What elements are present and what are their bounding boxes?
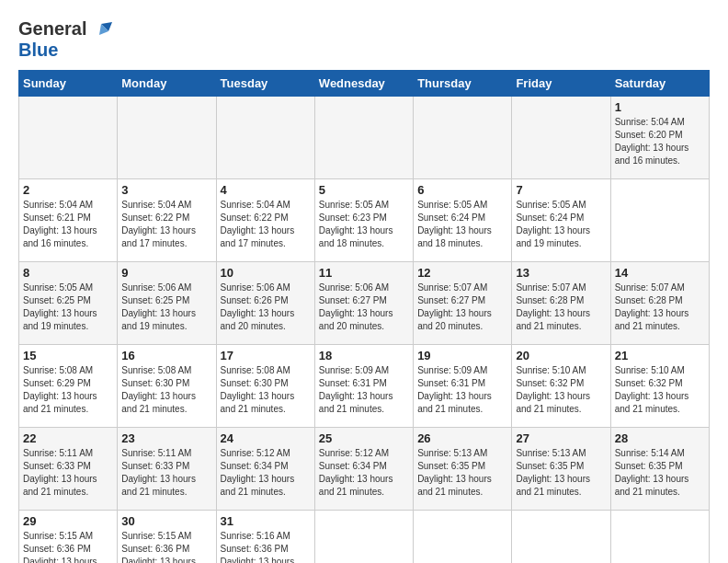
calendar-cell: 29Sunrise: 5:15 AMSunset: 6:36 PMDayligh… (19, 511, 118, 564)
calendar-cell (610, 511, 709, 564)
day-number: 24 (221, 431, 311, 445)
day-number: 4 (221, 183, 311, 197)
calendar-cell (19, 97, 118, 179)
day-info: Sunrise: 5:12 AMSunset: 6:34 PMDaylight:… (221, 447, 311, 499)
calendar-cell: 30Sunrise: 5:15 AMSunset: 6:36 PMDayligh… (118, 511, 216, 564)
calendar-cell: 28Sunrise: 5:14 AMSunset: 6:35 PMDayligh… (610, 428, 709, 511)
calendar-week-row: 1Sunrise: 5:04 AMSunset: 6:20 PMDaylight… (19, 97, 710, 179)
logo-general: General (18, 18, 112, 40)
day-info: Sunrise: 5:06 AMSunset: 6:26 PMDaylight:… (221, 282, 311, 333)
day-info: Sunrise: 5:05 AMSunset: 6:24 PMDaylight:… (516, 199, 606, 250)
calendar-cell: 14Sunrise: 5:07 AMSunset: 6:28 PMDayligh… (610, 262, 709, 345)
day-info: Sunrise: 5:11 AMSunset: 6:33 PMDaylight:… (121, 447, 211, 499)
day-number: 12 (417, 266, 507, 280)
day-number: 20 (516, 349, 606, 362)
weekday-header: Saturday (610, 71, 709, 97)
day-number: 22 (23, 431, 113, 445)
day-number: 3 (121, 183, 211, 197)
day-info: Sunrise: 5:10 AMSunset: 6:32 PMDaylight:… (615, 364, 705, 416)
day-number: 7 (516, 183, 606, 197)
day-number: 6 (417, 183, 507, 197)
logo-blue: Blue (18, 40, 112, 61)
calendar-cell: 18Sunrise: 5:09 AMSunset: 6:31 PMDayligh… (314, 345, 413, 428)
day-info: Sunrise: 5:07 AMSunset: 6:28 PMDaylight:… (615, 282, 705, 333)
calendar-cell: 24Sunrise: 5:12 AMSunset: 6:34 PMDayligh… (216, 428, 314, 511)
day-number: 18 (319, 349, 409, 362)
calendar-cell (314, 511, 413, 564)
calendar-cell: 6Sunrise: 5:05 AMSunset: 6:24 PMDaylight… (414, 179, 512, 262)
day-info: Sunrise: 5:07 AMSunset: 6:27 PMDaylight:… (417, 282, 507, 333)
day-number: 30 (121, 514, 211, 528)
calendar-cell: 21Sunrise: 5:10 AMSunset: 6:32 PMDayligh… (610, 345, 709, 428)
calendar-week-row: 22Sunrise: 5:11 AMSunset: 6:33 PMDayligh… (19, 428, 710, 511)
day-info: Sunrise: 5:09 AMSunset: 6:31 PMDaylight:… (417, 364, 507, 416)
day-number: 16 (121, 349, 211, 362)
day-number: 11 (319, 266, 409, 280)
calendar-cell (118, 97, 216, 179)
calendar-cell: 20Sunrise: 5:10 AMSunset: 6:32 PMDayligh… (512, 345, 610, 428)
day-number: 28 (615, 431, 705, 445)
day-number: 17 (221, 349, 311, 362)
weekday-header: Friday (512, 71, 610, 97)
calendar-cell: 1Sunrise: 5:04 AMSunset: 6:20 PMDaylight… (610, 97, 709, 179)
weekday-header: Wednesday (314, 71, 413, 97)
weekday-header-row: SundayMondayTuesdayWednesdayThursdayFrid… (19, 71, 710, 97)
calendar-cell: 4Sunrise: 5:04 AMSunset: 6:22 PMDaylight… (216, 179, 314, 262)
day-info: Sunrise: 5:13 AMSunset: 6:35 PMDaylight:… (516, 447, 606, 499)
day-number: 8 (23, 266, 113, 280)
calendar-cell: 22Sunrise: 5:11 AMSunset: 6:33 PMDayligh… (19, 428, 118, 511)
calendar-week-row: 2Sunrise: 5:04 AMSunset: 6:21 PMDaylight… (19, 179, 710, 262)
calendar-cell: 7Sunrise: 5:05 AMSunset: 6:24 PMDaylight… (512, 179, 610, 262)
calendar-cell: 11Sunrise: 5:06 AMSunset: 6:27 PMDayligh… (314, 262, 413, 345)
calendar-week-row: 8Sunrise: 5:05 AMSunset: 6:25 PMDaylight… (19, 262, 710, 345)
calendar-cell: 15Sunrise: 5:08 AMSunset: 6:29 PMDayligh… (19, 345, 118, 428)
day-number: 13 (516, 266, 606, 280)
day-info: Sunrise: 5:10 AMSunset: 6:32 PMDaylight:… (516, 364, 606, 416)
day-number: 9 (121, 266, 211, 280)
day-info: Sunrise: 5:16 AMSunset: 6:36 PMDaylight:… (221, 530, 311, 563)
day-info: Sunrise: 5:14 AMSunset: 6:35 PMDaylight:… (615, 447, 705, 499)
day-info: Sunrise: 5:09 AMSunset: 6:31 PMDaylight:… (319, 364, 409, 416)
calendar-cell: 9Sunrise: 5:06 AMSunset: 6:25 PMDaylight… (118, 262, 216, 345)
calendar-cell: 26Sunrise: 5:13 AMSunset: 6:35 PMDayligh… (414, 428, 512, 511)
day-info: Sunrise: 5:13 AMSunset: 6:35 PMDaylight:… (417, 447, 507, 499)
day-info: Sunrise: 5:07 AMSunset: 6:28 PMDaylight:… (516, 282, 606, 333)
day-number: 5 (319, 183, 409, 197)
day-info: Sunrise: 5:05 AMSunset: 6:25 PMDaylight:… (23, 282, 113, 333)
calendar-cell: 3Sunrise: 5:04 AMSunset: 6:22 PMDaylight… (118, 179, 216, 262)
day-info: Sunrise: 5:04 AMSunset: 6:21 PMDaylight:… (23, 199, 113, 250)
day-number: 23 (121, 431, 211, 445)
day-info: Sunrise: 5:04 AMSunset: 6:20 PMDaylight:… (615, 116, 705, 167)
calendar-week-row: 29Sunrise: 5:15 AMSunset: 6:36 PMDayligh… (19, 511, 710, 564)
weekday-header: Thursday (414, 71, 512, 97)
day-number: 14 (615, 266, 705, 280)
calendar-cell (414, 511, 512, 564)
day-info: Sunrise: 5:15 AMSunset: 6:36 PMDaylight:… (23, 530, 113, 563)
day-number: 27 (516, 431, 606, 445)
day-info: Sunrise: 5:06 AMSunset: 6:25 PMDaylight:… (121, 282, 211, 333)
day-info: Sunrise: 5:05 AMSunset: 6:24 PMDaylight:… (417, 199, 507, 250)
calendar-cell: 12Sunrise: 5:07 AMSunset: 6:27 PMDayligh… (414, 262, 512, 345)
day-info: Sunrise: 5:05 AMSunset: 6:23 PMDaylight:… (319, 199, 409, 250)
day-number: 15 (23, 349, 113, 362)
calendar-cell: 2Sunrise: 5:04 AMSunset: 6:21 PMDaylight… (19, 179, 118, 262)
calendar-cell: 16Sunrise: 5:08 AMSunset: 6:30 PMDayligh… (118, 345, 216, 428)
day-info: Sunrise: 5:11 AMSunset: 6:33 PMDaylight:… (23, 447, 113, 499)
day-info: Sunrise: 5:08 AMSunset: 6:29 PMDaylight:… (23, 364, 113, 416)
day-number: 10 (221, 266, 311, 280)
calendar-cell: 31Sunrise: 5:16 AMSunset: 6:36 PMDayligh… (216, 511, 314, 564)
weekday-header: Monday (118, 71, 216, 97)
day-info: Sunrise: 5:06 AMSunset: 6:27 PMDaylight:… (319, 282, 409, 333)
calendar-cell (512, 97, 610, 179)
calendar-cell (610, 179, 709, 262)
logo-text: General Blue (18, 18, 112, 61)
day-info: Sunrise: 5:08 AMSunset: 6:30 PMDaylight:… (221, 364, 311, 416)
calendar-table: SundayMondayTuesdayWednesdayThursdayFrid… (18, 70, 710, 563)
day-info: Sunrise: 5:04 AMSunset: 6:22 PMDaylight:… (221, 199, 311, 250)
day-number: 31 (221, 514, 311, 528)
calendar-cell: 8Sunrise: 5:05 AMSunset: 6:25 PMDaylight… (19, 262, 118, 345)
day-info: Sunrise: 5:15 AMSunset: 6:36 PMDaylight:… (121, 530, 211, 563)
day-number: 19 (417, 349, 507, 362)
calendar-cell: 19Sunrise: 5:09 AMSunset: 6:31 PMDayligh… (414, 345, 512, 428)
weekday-header: Sunday (19, 71, 118, 97)
